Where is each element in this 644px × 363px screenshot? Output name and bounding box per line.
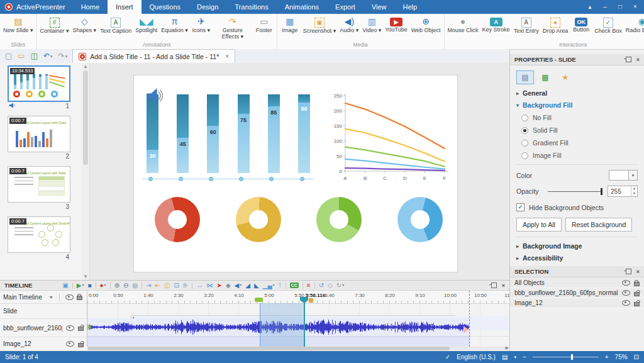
pin-icon[interactable]	[626, 57, 631, 62]
lock-icon[interactable]	[634, 282, 640, 286]
ribbon-button-image[interactable]: ▦Image	[279, 15, 301, 35]
close-icon[interactable]: ×	[628, 0, 643, 14]
slide-thumbnail-4[interactable]: 0:00.7Title and Content Layout with Smar…	[8, 216, 70, 253]
redo-icon[interactable]: ↷▾	[58, 52, 68, 60]
lock-icon[interactable]	[77, 296, 82, 300]
ribbon-button-radio-button[interactable]: ◉Radio Button	[624, 15, 644, 35]
zoom-out-icon[interactable]: −	[523, 354, 526, 360]
ribbon-button-drop-area[interactable]: ●Drop Area	[541, 15, 570, 35]
minimize-icon[interactable]: –	[597, 0, 613, 14]
cursor-effect-button[interactable]: ➤	[216, 281, 221, 289]
chevron-down-icon[interactable]: ▾	[514, 355, 516, 360]
volume-button[interactable]: ⊺	[279, 281, 282, 289]
scroll-right-icon[interactable]: ▶	[506, 345, 509, 350]
properties-tab-interactivity[interactable]: ★	[557, 70, 574, 84]
eye-icon[interactable]	[622, 290, 630, 296]
eye-icon[interactable]	[66, 341, 74, 347]
selection-row-bbb-sunflower-2160p-60fps-normal[interactable]: bbb_sunflower_2160p_60fps_normal	[510, 288, 644, 298]
properties-tab-slide-properties[interactable]: ▤	[516, 70, 534, 84]
ribbon-button-audio[interactable]: ◀)Audio ▾	[338, 15, 360, 35]
playhead-line[interactable]	[304, 302, 305, 347]
stacked-bar-chart[interactable]: 304560758590	[147, 94, 310, 173]
hide-background-checkbox-row[interactable]: ✓ Hide Background Objects	[516, 203, 638, 211]
redo-button[interactable]: ↻▾	[336, 281, 344, 289]
radio-icon[interactable]	[521, 152, 528, 159]
timeline-tracks-area[interactable]: 5:58.116 0:000:501:402:303:204:105:005:5…	[87, 291, 509, 347]
section-accessibility[interactable]: ▸ Accessibility	[516, 254, 638, 262]
maximize-icon[interactable]: □	[613, 0, 628, 14]
chevron-down-icon[interactable]: ▾	[82, 281, 84, 289]
ribbon-button-new-slide[interactable]: ▤New Slide ▾	[1, 15, 35, 35]
slide-thumbnail-1[interactable]: 10:34.533	[8, 65, 70, 102]
spin-down-icon[interactable]: ▼	[631, 191, 637, 196]
fill-option-solid-fill[interactable]: Solid Fill	[521, 126, 638, 134]
presenter-view-icon[interactable]: ▤	[502, 354, 508, 360]
audio-object-icon[interactable]	[145, 87, 163, 106]
donut-charts[interactable]	[155, 197, 443, 242]
range-end-marker[interactable]	[309, 298, 313, 303]
scroll-up-icon[interactable]: ▲	[82, 64, 89, 69]
join-button[interactable]: ⋈	[206, 281, 213, 289]
menu-tab-animations[interactable]: Animations	[277, 0, 327, 14]
insert-time-button[interactable]: ⇥	[146, 281, 151, 289]
delete-time-button[interactable]: ⇤	[155, 281, 160, 289]
ribbon-button-mouse-click[interactable]: ●Mouse Click	[446, 15, 480, 35]
fade-out-button[interactable]: ◣	[254, 281, 259, 289]
snap-button[interactable]: ◇	[328, 281, 333, 289]
ribbon-button-shapes[interactable]: ◇Shapes ▾	[71, 15, 99, 35]
slide-thumbnail-3[interactable]: 0:00.7Title and Content Layout with Tabl…	[8, 166, 70, 203]
fit-to-window-icon[interactable]: ⊡	[634, 354, 639, 360]
play-button[interactable]: ▶▾	[77, 281, 84, 289]
fill-option-gradient-fill[interactable]: Gradient Fill	[521, 139, 638, 147]
ribbon-button-screenshot[interactable]: ▣Screenshot ▾	[301, 15, 338, 35]
ribbon-button-key-stroke[interactable]: AKey Stroke	[480, 15, 512, 34]
menu-tab-insert[interactable]: Insert	[108, 0, 142, 14]
zoom-slider[interactable]	[533, 357, 599, 357]
apply-to-all-button[interactable]: Apply to All	[516, 218, 562, 232]
menu-tab-design[interactable]: Design	[189, 0, 226, 14]
opacity-slider-thumb[interactable]	[601, 188, 602, 195]
fill-option-no-fill[interactable]: No Fill	[521, 114, 638, 121]
hscrollbar-thumb[interactable]	[87, 347, 450, 350]
spellcheck-icon[interactable]: ✓	[445, 354, 450, 360]
menu-tab-help[interactable]: Help	[395, 0, 426, 14]
undo-icon[interactable]: ↶▾	[43, 52, 53, 60]
eye-icon[interactable]	[622, 300, 630, 306]
scrollbar-thumb[interactable]	[83, 70, 88, 165]
color-swatch[interactable]	[609, 170, 629, 181]
line-chart[interactable]: 050100150200250ABCDEF	[324, 91, 452, 189]
opacity-slider[interactable]	[548, 191, 602, 192]
menu-tab-view[interactable]: View	[364, 0, 395, 14]
undo-button[interactable]: ↺	[319, 281, 324, 289]
selection-row-all-objects[interactable]: All Objects	[510, 278, 644, 288]
record-narration-button[interactable]: ●▾	[100, 281, 106, 289]
donut-chart-2[interactable]	[236, 197, 281, 242]
ribbon-button-gesture-effects[interactable]: ↷Gesture Effects ▾	[213, 15, 253, 41]
section-general[interactable]: ▸ General	[516, 89, 638, 97]
ribbon-button-icons[interactable]: ✈Icons ▾	[190, 15, 213, 35]
close-icon[interactable]: ×	[502, 282, 505, 289]
blur-button[interactable]: ◆	[226, 281, 231, 289]
ribbon-button-text-caption[interactable]: AText Caption	[98, 15, 133, 35]
split-button[interactable]: ⊪	[183, 281, 189, 289]
new-document-icon[interactable]: ▢	[5, 52, 12, 60]
copy-range-button[interactable]: ◫	[164, 281, 170, 289]
slide-canvas[interactable]: 304560758590 050100150200250ABCDEF	[134, 75, 457, 272]
unlock-icon[interactable]	[78, 343, 84, 347]
zoom-in-icon[interactable]: +	[605, 354, 609, 360]
closed-caption-button[interactable]: CC	[290, 282, 299, 288]
ribbon-button-web-object[interactable]: ⊕Web Object	[409, 15, 443, 35]
audio-tools-button[interactable]: ◀▾	[235, 281, 242, 289]
checkbox-checked-icon[interactable]: ✓	[516, 203, 525, 211]
range-tools-button[interactable]: ↔	[196, 281, 203, 289]
stop-button[interactable]: ■	[88, 281, 92, 289]
timeline-selection-range[interactable]	[260, 303, 305, 347]
close-tab-icon[interactable]: ×	[225, 53, 229, 60]
ribbon-button-text-entry[interactable]: AText Entry	[512, 15, 541, 35]
ribbon-button-button[interactable]: OKButton	[570, 15, 592, 34]
chevron-down-icon[interactable]: ▾	[272, 281, 274, 289]
menu-tab-export[interactable]: Export	[327, 0, 364, 14]
selection-row-image-12[interactable]: Image_12	[510, 298, 644, 308]
chevron-down-icon[interactable]: ▼	[49, 295, 53, 299]
radio-icon[interactable]	[521, 140, 528, 147]
